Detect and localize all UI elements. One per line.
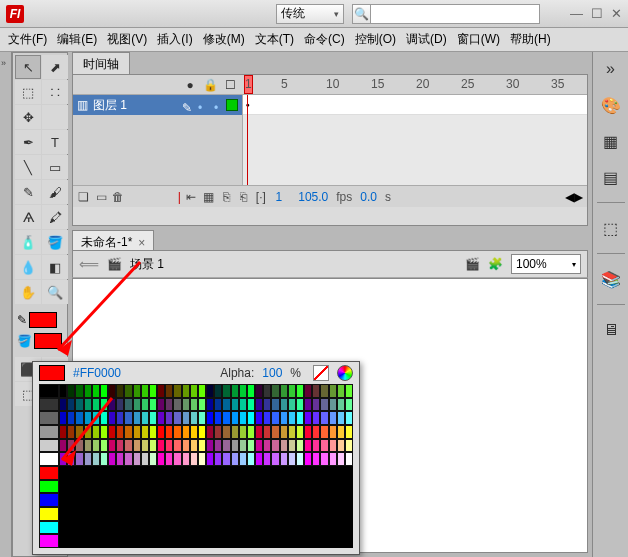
text-tool[interactable]: T [42, 130, 68, 154]
color-swatch[interactable] [84, 384, 92, 398]
color-swatch[interactable] [100, 452, 108, 466]
color-swatch[interactable] [206, 384, 214, 398]
color-swatch[interactable] [165, 439, 173, 453]
color-swatch[interactable] [271, 398, 279, 412]
color-swatch[interactable] [320, 425, 328, 439]
info-panel-icon[interactable]: ⬚ [600, 217, 622, 239]
new-folder-button[interactable]: ▭ [94, 189, 107, 205]
color-swatch[interactable] [182, 398, 190, 412]
color-swatch[interactable] [255, 411, 263, 425]
color-swatch[interactable] [173, 398, 181, 412]
color-swatch[interactable] [206, 452, 214, 466]
color-swatch[interactable] [337, 425, 345, 439]
color-swatch[interactable] [263, 425, 271, 439]
menu-command[interactable]: 命令(C) [300, 29, 349, 50]
color-swatch[interactable] [271, 439, 279, 453]
color-swatch[interactable] [100, 425, 108, 439]
align-panel-icon[interactable]: ▤ [600, 166, 622, 188]
workspace-dropdown[interactable]: 传统 ▾ [276, 4, 344, 24]
color-swatch[interactable] [67, 425, 75, 439]
color-swatch[interactable] [288, 439, 296, 453]
color-swatch[interactable] [222, 398, 230, 412]
close-button[interactable]: ✕ [611, 6, 622, 21]
color-swatch[interactable] [214, 384, 222, 398]
fill-color-swatch[interactable] [34, 333, 62, 349]
color-swatch[interactable] [190, 411, 198, 425]
color-swatch[interactable] [239, 384, 247, 398]
color-swatch[interactable] [67, 384, 75, 398]
search-icon[interactable]: 🔍 [352, 4, 370, 24]
color-swatch[interactable] [222, 452, 230, 466]
onion-outline-button[interactable]: ⎘ [219, 189, 232, 205]
color-swatch[interactable] [280, 411, 288, 425]
color-swatch[interactable] [59, 384, 67, 398]
menu-control[interactable]: 控制(O) [351, 29, 400, 50]
color-swatch[interactable] [288, 398, 296, 412]
color-swatch[interactable] [59, 411, 67, 425]
basic-swatch[interactable] [39, 411, 59, 425]
color-swatch[interactable] [271, 452, 279, 466]
timeline-ruler[interactable]: 1 5 10 15 20 25 30 35 4 [243, 75, 587, 94]
onion-marker-button[interactable]: [·] [254, 189, 267, 205]
color-swatch[interactable] [304, 398, 312, 412]
color-swatch[interactable] [92, 384, 100, 398]
color-swatch[interactable] [108, 452, 116, 466]
color-swatch[interactable] [157, 411, 165, 425]
color-swatch[interactable] [296, 452, 304, 466]
color-swatch[interactable] [190, 398, 198, 412]
color-swatch[interactable] [345, 384, 353, 398]
color-swatch[interactable] [222, 411, 230, 425]
color-swatch[interactable] [214, 452, 222, 466]
color-swatch[interactable] [149, 411, 157, 425]
color-swatch[interactable] [312, 398, 320, 412]
zoom-tool[interactable]: 🔍 [42, 280, 68, 304]
color-swatch[interactable] [329, 452, 337, 466]
back-button[interactable]: ⟸ [79, 256, 99, 272]
color-swatch[interactable] [247, 425, 255, 439]
color-swatch[interactable] [345, 452, 353, 466]
layer-vis-dot[interactable]: • [198, 101, 206, 109]
color-swatch[interactable] [157, 425, 165, 439]
color-swatch[interactable] [124, 411, 132, 425]
websafe-grid[interactable] [59, 384, 353, 548]
color-swatch[interactable] [141, 411, 149, 425]
lock-icon[interactable]: 🔒 [203, 78, 217, 92]
timeline-tab[interactable]: 时间轴 [72, 52, 130, 74]
color-swatch[interactable] [157, 398, 165, 412]
color-swatch[interactable] [247, 439, 255, 453]
color-swatch[interactable] [67, 439, 75, 453]
color-swatch[interactable] [296, 411, 304, 425]
color-swatch[interactable] [173, 425, 181, 439]
color-swatch[interactable] [173, 452, 181, 466]
color-swatch[interactable] [92, 398, 100, 412]
color-swatch[interactable] [304, 452, 312, 466]
menu-debug[interactable]: 调试(D) [402, 29, 451, 50]
color-swatch[interactable] [345, 411, 353, 425]
color-swatch[interactable] [214, 398, 222, 412]
alpha-value[interactable]: 100 [262, 366, 282, 380]
delete-layer-button[interactable]: 🗑 [112, 189, 125, 205]
color-swatch[interactable] [116, 398, 124, 412]
rectangle-tool[interactable]: ▭ [42, 155, 68, 179]
color-swatch[interactable] [214, 425, 222, 439]
color-swatch[interactable] [263, 398, 271, 412]
color-swatch[interactable] [255, 452, 263, 466]
color-swatch[interactable] [116, 411, 124, 425]
color-swatch[interactable] [345, 398, 353, 412]
basic-swatch[interactable] [39, 507, 59, 521]
color-swatch[interactable] [100, 411, 108, 425]
color-swatch[interactable] [263, 411, 271, 425]
library-panel-icon[interactable]: 📚 [600, 268, 622, 290]
color-swatch[interactable] [239, 452, 247, 466]
menu-modify[interactable]: 修改(M) [199, 29, 249, 50]
color-swatch[interactable] [59, 425, 67, 439]
color-swatch[interactable] [100, 398, 108, 412]
search-input[interactable] [370, 4, 540, 24]
frame-row[interactable] [243, 95, 587, 115]
color-swatch[interactable] [247, 452, 255, 466]
basic-colors-column[interactable] [39, 384, 59, 548]
color-swatch[interactable] [198, 452, 206, 466]
color-swatch[interactable] [231, 439, 239, 453]
color-swatch[interactable] [116, 425, 124, 439]
color-swatch[interactable] [108, 384, 116, 398]
